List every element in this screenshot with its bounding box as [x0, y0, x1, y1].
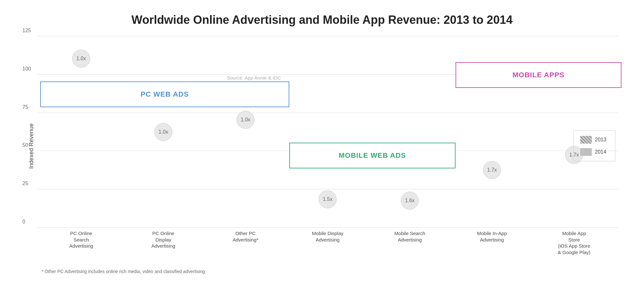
bar-group-mobile-display: 1.5x	[287, 36, 369, 228]
legend-label-2014: 2014	[595, 149, 607, 155]
x-label-mobile-appstore: Mobile AppStore(iOS App Store& Google Pl…	[533, 230, 615, 255]
grid-label-125: 125	[23, 28, 31, 33]
multiplier-bubble-mobile-display: 1.5x	[319, 190, 337, 208]
x-label-mobile-inapp: Mobile In-AppAdvertising	[451, 230, 533, 255]
x-label-pc-online-display: PC OnlineDisplayAdvertising	[122, 230, 205, 255]
bar-group-mobile-inapp: 1.7x	[451, 36, 533, 228]
chart-area: Indexed Revenue Source: App Annie & IDC …	[26, 36, 619, 255]
bar-group-pc-online-search: 1.0x	[40, 36, 122, 228]
legend-swatch-2013	[580, 136, 592, 144]
grid-label-100: 100	[23, 66, 31, 72]
x-label-pc-online-search: PC OnlineSearchAdvertising	[40, 230, 122, 255]
grid-label-50: 50	[23, 142, 28, 148]
grid-label-25: 25	[23, 181, 28, 186]
chart-title: Worldwide Online Advertising and Mobile …	[26, 13, 619, 27]
multiplier-bubble-pc-online-display: 1.0x	[154, 123, 172, 141]
legend-label-2013: 2013	[595, 137, 607, 143]
grid-and-bars: Source: App Annie & IDC 02550751001251.0…	[37, 36, 619, 228]
grid-label-0: 0	[23, 219, 25, 225]
legend-swatch-2014	[580, 148, 592, 156]
x-labels-row: PC OnlineSearchAdvertisingPC OnlineDispl…	[37, 230, 619, 255]
footnote: * Other PC Advertising includes online r…	[42, 269, 205, 274]
x-label-other-pc: Other PCAdvertising*	[205, 230, 287, 255]
bars-row: 1.0x1.0x1.0x1.5x1.6x1.7x1.7x	[37, 36, 619, 228]
multiplier-bubble-mobile-search: 1.6x	[401, 192, 419, 210]
bar-group-pc-online-display: 1.0x	[122, 36, 205, 228]
multiplier-bubble-mobile-inapp: 1.7x	[483, 161, 501, 179]
multiplier-bubble-pc-online-search: 1.0x	[72, 50, 90, 68]
legend-item-2014: 2014	[580, 148, 609, 156]
chart-inner: Source: App Annie & IDC 02550751001251.0…	[37, 36, 619, 255]
legend: 2013 2014	[573, 130, 615, 161]
x-label-mobile-display: Mobile DisplayAdvertising	[287, 230, 369, 255]
bar-group-other-pc: 1.0x	[205, 36, 287, 228]
bar-group-mobile-search: 1.6x	[369, 36, 451, 228]
x-label-mobile-search: Mobile SearchAdvertising	[369, 230, 451, 255]
legend-item-2013: 2013	[580, 136, 609, 144]
grid-label-75: 75	[23, 104, 28, 110]
multiplier-bubble-other-pc: 1.0x	[236, 111, 255, 129]
chart-wrapper: Worldwide Online Advertising and Mobile …	[16, 7, 628, 277]
